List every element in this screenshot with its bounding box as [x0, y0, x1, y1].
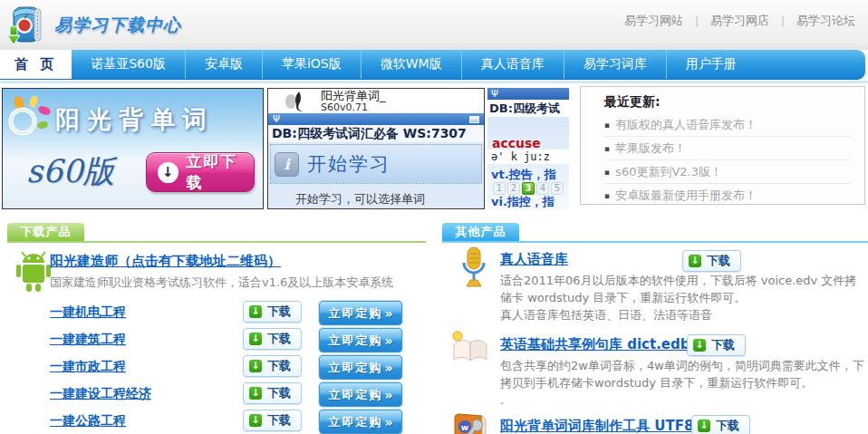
- download-icon: ↓: [689, 255, 701, 267]
- sentence-lib-desc: 包含共享的约2w单词音标，4w单词的例句，简明词典需要此文件，下 拷贝到手机存储…: [500, 357, 864, 409]
- download-icon: ↓: [249, 333, 262, 345]
- download-button[interactable]: ↓ 下载: [243, 355, 302, 377]
- update-item: ▪苹果版发布！: [604, 137, 852, 160]
- order-now-button[interactable]: 立即定购 »: [319, 301, 402, 325]
- phone-screenshot-2: Ψ DB:四级考试 accuse ə' k ju:z vt.控告，指 1 2 3…: [487, 88, 569, 209]
- page-4[interactable]: 4: [536, 182, 549, 195]
- top-links: 易学习网站 | 易学习网店 | 易学习论坛: [624, 13, 855, 29]
- download-icon: ↓: [249, 305, 262, 318]
- section-tab-others: 其他产品: [442, 223, 519, 241]
- order-now-button[interactable]: 立即定购 »: [319, 328, 402, 352]
- menu-selected-label: 开始学习: [307, 151, 391, 177]
- sentence-lib-title: 英语基础共享例句库 dict.edb: [500, 336, 690, 353]
- sentence-lib-link[interactable]: 英语基础共享例句库 dict.edb: [500, 336, 690, 352]
- nav-item-ios[interactable]: 苹果iOS版: [262, 50, 361, 79]
- item-link-gonglu[interactable]: 一建公路工程: [50, 413, 126, 428]
- download-button[interactable]: ↓ 下载: [243, 328, 302, 350]
- item-link-shizheng[interactable]: 一建市政工程: [50, 359, 126, 373]
- dict-tool-link[interactable]: 阳光背单词词库制作工具 UTF8: [500, 418, 693, 434]
- download-row: 一建建设工程经济 ↓ 下载 立即定购 »: [50, 382, 412, 406]
- download-icon: ↓: [249, 387, 262, 400]
- nav-item-home[interactable]: 首 页: [0, 50, 72, 79]
- builder-app-link[interactable]: 阳光建造师（点击有下载地址二维码）: [50, 253, 281, 269]
- section-underline: [442, 241, 868, 243]
- chevron-right-icon: »: [384, 361, 392, 375]
- word-headword: accuse: [492, 136, 541, 150]
- app-name: 阳光背单词_: [321, 90, 386, 102]
- site-title: 易学习下载中心: [54, 14, 181, 37]
- db-info-line: DB:四级考试词汇必备 WS:7307: [268, 125, 484, 142]
- antenna-icon: Ψ: [491, 89, 498, 99]
- download-button[interactable]: ↓ 下载: [691, 415, 750, 434]
- word-meaning-vi: vi.指控，指: [491, 194, 555, 209]
- bullet-icon: ▪: [604, 144, 610, 153]
- download-button[interactable]: ↓ 下载: [243, 410, 302, 431]
- down-arrow-icon: ↓: [158, 162, 178, 183]
- antenna-icon: Ψ: [273, 114, 280, 124]
- page-1[interactable]: 1: [493, 182, 506, 195]
- svg-text:w: w: [461, 423, 468, 432]
- chevron-right-icon: »: [384, 333, 392, 348]
- chevron-right-icon: »: [384, 388, 392, 402]
- dict-tool-title: 阳光背单词词库制作工具 UTF8: [500, 418, 693, 434]
- recent-updates-box: 最近更新: ▪有版权的真人语音库发布！ ▪苹果版发布！ ▪s60更新到V2.3版…: [580, 86, 865, 205]
- voice-lib-title: 真人语音库: [500, 251, 568, 268]
- order-now-button[interactable]: 立即定购 »: [319, 410, 402, 434]
- word-phonetic: ə' k ju:z: [487, 149, 569, 164]
- item-link-jidian[interactable]: 一建机电工程: [50, 304, 126, 319]
- update-item: ▪s60更新到V2.3版！: [604, 160, 852, 184]
- bullet-icon: ▪: [604, 191, 610, 200]
- chevron-right-icon: »: [384, 306, 392, 321]
- nav-item-dict-lib[interactable]: 易学习词库: [564, 50, 666, 79]
- db-info-line: DB:四级考试: [487, 100, 569, 117]
- voice-lib-desc: 适合2011年06月以后版本的软件使用，下载后将 voice.edv 文件拷 储…: [500, 272, 856, 323]
- nav-item-voice-lib[interactable]: 真人语音库: [461, 50, 564, 79]
- download-icon: ↓: [693, 339, 706, 352]
- product-title: 阳光建造师（点击有下载地址二维码）: [50, 253, 281, 270]
- recent-updates-title: 最近更新:: [604, 94, 852, 111]
- download-icon: ↓: [249, 360, 262, 372]
- order-now-button[interactable]: 立即定购 »: [319, 355, 402, 380]
- item-link-jianzhu[interactable]: 一建建筑工程: [50, 332, 126, 346]
- menu-hint-line: 开始学习，可以选择单词: [295, 191, 484, 207]
- section-underline: [7, 241, 426, 243]
- update-item: ▪有版权的真人语音库发布！: [604, 113, 852, 137]
- top-link-shop[interactable]: 易学习网店: [710, 13, 769, 29]
- page-2[interactable]: 2: [507, 182, 520, 195]
- download-button[interactable]: ↓ 下载: [243, 301, 302, 323]
- pagination: 1 2 3 4 5: [493, 182, 564, 195]
- product-desc: 国家建造师职业资格考试练习软件，适合v1.6及以上版本安卓系统: [50, 275, 393, 291]
- download-button[interactable]: ↓ 下载: [243, 382, 302, 404]
- open-book-icon: [449, 330, 491, 364]
- nav-item-manual[interactable]: 用户手册: [666, 50, 756, 79]
- download-icon: ↓: [249, 414, 262, 427]
- order-now-button[interactable]: 立即定购 »: [319, 382, 402, 407]
- download-icon: ↓: [698, 420, 710, 432]
- page-3-active[interactable]: 3: [522, 182, 535, 195]
- menu-selected-row: i 开始学习: [270, 144, 482, 184]
- top-link-website[interactable]: 易学习网站: [624, 13, 683, 29]
- page-5[interactable]: 5: [551, 182, 564, 195]
- download-button[interactable]: ↓ 下载: [687, 334, 746, 356]
- nav-item-nokia-s60[interactable]: 诺基亚S60版: [72, 50, 185, 79]
- separator: |: [781, 14, 785, 27]
- banner-download-button[interactable]: ↓ 立即下载: [146, 152, 255, 192]
- status-bar: Ψ: [487, 88, 569, 100]
- phone-screenshot-1: 阳光背单词_ S60v0.71 Ψ DB:四级考试词汇必备 WS:7307 i …: [267, 88, 485, 209]
- main-nav: 首 页 诺基亚S60版 安卓版 苹果iOS版 微软WM版 真人语音库 易学习词库…: [0, 50, 865, 80]
- chevron-right-icon: »: [384, 415, 392, 429]
- item-link-jingji[interactable]: 一建建设工程经济: [50, 386, 151, 400]
- sun-flower-icon: [6, 96, 53, 143]
- nav-item-android[interactable]: 安卓版: [185, 50, 262, 79]
- page: 易学习下载中心 易学习网站 | 易学习网店 | 易学习论坛 首 页 诺基亚S60…: [0, 0, 868, 434]
- nav-item-wm[interactable]: 微软WM版: [361, 50, 461, 79]
- separator: |: [695, 14, 699, 27]
- voice-lib-link[interactable]: 真人语音库: [500, 251, 568, 267]
- info-icon: i: [275, 152, 299, 177]
- status-bar: Ψ: [268, 113, 484, 125]
- banner-title: 阳光背单词: [55, 103, 214, 136]
- download-button[interactable]: ↓ 下载: [682, 250, 741, 272]
- nav-underline: [0, 81, 868, 83]
- update-item: ▪安卓版最新使用手册发布！: [604, 184, 852, 207]
- top-link-forum[interactable]: 易学习论坛: [796, 13, 855, 29]
